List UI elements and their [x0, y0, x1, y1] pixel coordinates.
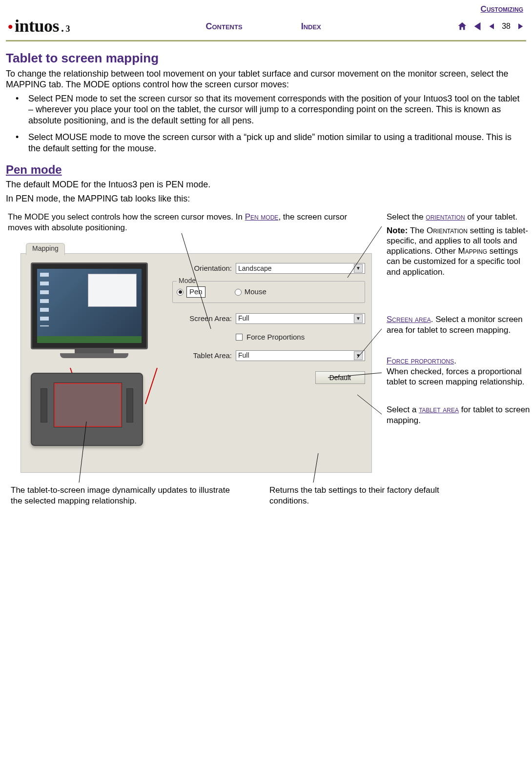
top-nav: • intuos . 3 Contents Index 38 [6, 14, 526, 41]
section-intro: To change the relationship between tool … [6, 68, 526, 90]
page-number: 38 [501, 21, 512, 31]
chevron-down-icon: ▼ [354, 264, 363, 273]
default-button[interactable]: Default [315, 371, 365, 384]
force-proportions-link[interactable]: Force proportions [387, 356, 454, 365]
mode-group: Mode Pen Mouse [172, 281, 365, 303]
chevron-down-icon: ▼ [354, 314, 363, 323]
orientation-link[interactable]: orientation [426, 212, 465, 222]
logo: • intuos . 3 [8, 15, 70, 37]
mode-legend: Mode [177, 277, 198, 285]
prev-icon-large[interactable] [472, 21, 483, 32]
prev-icon[interactable] [488, 22, 496, 30]
mode-pen-radio[interactable]: Pen [177, 286, 205, 298]
subsection-text: In PEN mode, the MAPPING tab looks like … [6, 193, 526, 204]
callout-screen-area: Screen area. Select a monitor screen are… [387, 314, 532, 335]
subsection-text: The default MODE for the Intuos3 pen is … [6, 179, 526, 190]
mapping-panel: Mapping Orientation: [20, 253, 372, 473]
mode-mouse-radio[interactable]: Mouse [235, 286, 266, 298]
logo-dot-icon: • [8, 20, 13, 34]
tablet-area-link[interactable]: tablet area [419, 405, 459, 414]
monitor-icon [31, 262, 148, 349]
callout-tablet-area: Select a tablet area for tablet to scree… [387, 404, 532, 425]
mapping-form: Orientation: Landscape ▼ Mode Pen [172, 262, 365, 384]
callout-default: Returns the tab settings to their factor… [269, 485, 445, 506]
callout-orientation: Select the orientation of your tablet. N… [387, 212, 532, 277]
bullet-item: Select PEN mode to set the screen cursor… [16, 93, 526, 126]
screen-area-select[interactable]: Full ▼ [236, 313, 365, 324]
screen-area-label: Screen Area: [172, 314, 236, 323]
force-proportions-checkbox[interactable]: Force Proportions [236, 333, 305, 342]
tablet-icon [31, 373, 143, 446]
logo-text: intuos [15, 15, 59, 37]
tablet-area-select[interactable]: Full ▼ [236, 350, 365, 361]
next-icon[interactable] [516, 22, 524, 30]
logo-sub: 3 [66, 23, 70, 35]
callout-preview: The tablet-to-screen image dynamically u… [11, 485, 230, 506]
callout-mode: The MODE you select controls how the scr… [8, 212, 359, 233]
mapping-preview [31, 262, 158, 458]
bullet-item: Select MOUSE mode to move the screen cur… [16, 132, 526, 154]
section-title: Tablet to screen mapping [6, 50, 526, 66]
home-icon[interactable] [457, 21, 468, 32]
callout-force-proportions: Force proportions. When checked, forces … [387, 356, 532, 387]
screen-area-link[interactable]: Screen area [387, 315, 431, 324]
orientation-label: Orientation: [172, 264, 236, 273]
diagram: The MODE you select controls how the scr… [6, 212, 526, 514]
pen-mode-link[interactable]: Pen mode [245, 212, 279, 222]
breadcrumb[interactable]: Customizing [6, 4, 526, 14]
contents-link[interactable]: Contents [206, 21, 243, 32]
tablet-area-label: Tablet Area: [172, 351, 236, 361]
chevron-down-icon: ▼ [354, 351, 363, 360]
index-link[interactable]: Index [301, 21, 321, 32]
tab-mapping[interactable]: Mapping [26, 243, 65, 255]
orientation-select[interactable]: Landscape ▼ [236, 263, 365, 274]
subsection-title[interactable]: Pen mode [6, 162, 526, 177]
